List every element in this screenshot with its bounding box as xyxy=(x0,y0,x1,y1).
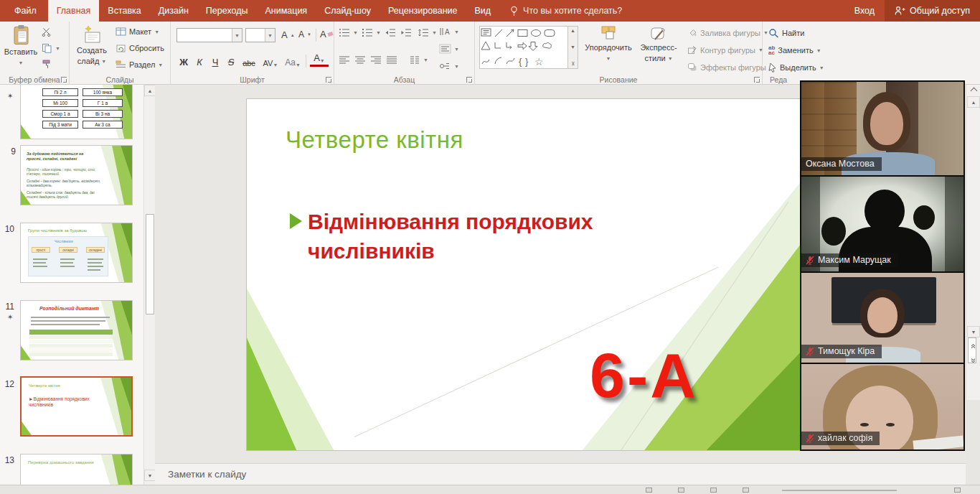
layout-button[interactable]: Макет▼ xyxy=(116,27,159,36)
thumbnail-slide-12-selected[interactable]: Четверте квітня ►Відмінювання порядкових… xyxy=(20,376,133,437)
share-button[interactable]: Общий доступ xyxy=(885,0,980,22)
thumbnail-scroll-up[interactable]: ▲ xyxy=(144,85,156,96)
increase-indent-button[interactable] xyxy=(400,28,412,37)
status-view-sorter[interactable] xyxy=(678,488,684,493)
font-size-combo[interactable]: ▼ xyxy=(245,28,275,42)
shape-effects-button[interactable]: Эффекты фигуры▼ xyxy=(687,62,774,72)
scroll-up-button[interactable]: ▲ xyxy=(967,96,980,108)
align-text-icon xyxy=(439,44,451,54)
select-button[interactable]: Выделить▼ xyxy=(768,62,824,73)
tab-file[interactable]: Файл xyxy=(3,0,48,22)
previous-slide-button[interactable]: « xyxy=(967,340,980,352)
svg-text:☆: ☆ xyxy=(534,56,544,67)
thumbnail-slide-11[interactable]: Розподільний диктант xyxy=(20,300,133,360)
current-slide[interactable]: Четверте квітня Відмінювання порядковихч… xyxy=(246,98,869,451)
font-color-button[interactable]: А▼ xyxy=(310,53,329,67)
numbering-button[interactable]: ▼ xyxy=(362,28,381,37)
thumbnail-slide-8[interactable]: Пі 2 л100 янка Мі 100Г 1 а Смор 1 аВі 3 … xyxy=(20,85,133,139)
shape-outline-button[interactable]: Контур фигуры▼ xyxy=(687,45,763,55)
tab-view[interactable]: Вид xyxy=(466,0,499,22)
find-button[interactable]: Найти xyxy=(768,28,804,38)
notes-bar[interactable]: Заметки к слайду xyxy=(155,463,966,485)
titlebar-spacer xyxy=(629,0,844,22)
tell-me-box[interactable]: Что вы хотите сделать? xyxy=(502,0,629,22)
next-slide-button[interactable]: » xyxy=(967,355,980,366)
tab-animations[interactable]: Анимация xyxy=(256,0,316,22)
strikethrough-button[interactable]: S xyxy=(224,53,238,69)
replace-button[interactable]: abacЗаменить▼ xyxy=(768,45,821,55)
align-text-button[interactable]: ▼ xyxy=(439,44,459,54)
shrink-font-button[interactable]: А▼ xyxy=(298,29,311,39)
text-direction-button[interactable]: А▼ xyxy=(439,27,459,37)
align-center-button[interactable] xyxy=(354,55,366,65)
video-tile-maksym[interactable]: Максим Марущак xyxy=(801,177,963,271)
thumbnail-scrollbar[interactable]: ▲ ▼ xyxy=(143,85,155,494)
drawing-dialog-launcher[interactable] xyxy=(754,77,760,83)
video-tile-kira[interactable]: Тимощук Кіра xyxy=(801,273,963,363)
scroll-down-button[interactable]: ▼ xyxy=(967,326,980,337)
tab-design[interactable]: Дизайн xyxy=(150,0,197,22)
shapes-scroll-down[interactable]: ▼ xyxy=(570,45,575,50)
collapse-ribbon-button[interactable] xyxy=(967,85,980,96)
font-name-combo[interactable]: ▼ xyxy=(176,28,242,42)
status-fit-button[interactable] xyxy=(954,488,961,493)
main-scrollbar[interactable]: ▲ ▼ « » xyxy=(966,85,980,400)
shape-fill-button[interactable]: Заливка фигуры▼ xyxy=(687,28,768,37)
status-view-reading[interactable] xyxy=(710,488,717,493)
paste-button[interactable]: Вставить▼ xyxy=(4,24,37,76)
clipboard-dialog-launcher[interactable] xyxy=(61,77,67,83)
copy-button[interactable]: ▼ xyxy=(42,43,60,53)
clear-formatting-button[interactable]: А xyxy=(320,29,333,39)
shapes-gallery[interactable]: {} ☆ xyxy=(479,26,568,69)
justify-button[interactable] xyxy=(386,55,397,65)
cut-button[interactable] xyxy=(42,27,51,37)
tab-insert[interactable]: Вставка xyxy=(99,0,149,22)
tab-slideshow[interactable]: Слайд-шоу xyxy=(316,0,380,22)
decrease-indent-button[interactable] xyxy=(385,28,396,37)
quick-styles-button[interactable]: Экспресс- стили▼ xyxy=(636,24,682,76)
format-painter-button[interactable] xyxy=(42,60,51,69)
new-slide-button[interactable]: Создать слайд▼ xyxy=(74,24,110,76)
slide-title[interactable]: Четверте квітня xyxy=(286,126,463,154)
thumbnail-scroll-thumb[interactable] xyxy=(146,214,154,314)
text-shadow-button[interactable]: abc xyxy=(240,53,258,69)
thumbnail-slide-9[interactable]: За будовою поділяються на прості, складн… xyxy=(20,145,133,205)
font-name-dropdown[interactable]: ▼ xyxy=(232,29,242,42)
character-spacing-button[interactable]: AV▼ xyxy=(260,53,281,69)
thumbnail-slide-10[interactable]: Групи числівників за будовою Числівники … xyxy=(20,223,133,283)
status-view-normal[interactable] xyxy=(646,488,652,493)
underline-button[interactable]: Ч xyxy=(208,53,222,69)
video-tile-oksana[interactable]: Оксана Мостова xyxy=(801,82,963,175)
participant-name-tag: Оксана Мостова xyxy=(801,157,882,171)
tab-review[interactable]: Рецензирование xyxy=(380,0,466,22)
shapes-scroll-up[interactable]: ▲ xyxy=(570,28,575,33)
status-view-slideshow[interactable] xyxy=(743,488,749,493)
change-case-button[interactable]: Aa▼ xyxy=(283,53,303,69)
thumbnail-scroll-down[interactable]: ▼ xyxy=(144,470,156,481)
shapes-gallery-scrollbar[interactable]: ▲▼⊻ xyxy=(568,26,578,69)
shapes-more-button[interactable]: ⊻ xyxy=(571,61,575,67)
sign-in-button[interactable]: Вход xyxy=(844,0,885,22)
font-size-dropdown[interactable]: ▼ xyxy=(265,29,275,42)
columns-button[interactable]: ▼ xyxy=(409,55,428,65)
font-dialog-launcher[interactable] xyxy=(326,77,331,83)
slide-body[interactable]: Відмінювання порядковихчислівників xyxy=(290,207,720,266)
bold-button[interactable]: Ж xyxy=(176,53,191,69)
italic-button[interactable]: К xyxy=(192,53,207,69)
section-button[interactable]: Раздел▼ xyxy=(116,60,163,69)
line-spacing-button[interactable]: ▼ xyxy=(418,28,437,37)
paragraph-dialog-launcher[interactable] xyxy=(466,77,472,83)
paste-dropdown[interactable]: ▼ xyxy=(19,58,24,67)
section-icon xyxy=(116,60,126,69)
grow-font-button[interactable]: А▲ xyxy=(281,29,295,40)
status-zoom-slider[interactable] xyxy=(782,490,897,491)
video-tile-sofia[interactable]: хайлак софія xyxy=(801,364,963,449)
tab-transitions[interactable]: Переходы xyxy=(197,0,257,22)
align-right-button[interactable] xyxy=(370,55,382,65)
arrange-button[interactable]: Упорядочить▼ xyxy=(584,24,633,76)
align-left-button[interactable] xyxy=(339,55,350,65)
tab-home[interactable]: Главная xyxy=(48,0,100,22)
convert-smartart-button[interactable]: ▼ xyxy=(439,61,459,71)
bullets-button[interactable]: ▼ xyxy=(339,28,358,37)
reset-button[interactable]: Сбросить xyxy=(116,44,164,52)
